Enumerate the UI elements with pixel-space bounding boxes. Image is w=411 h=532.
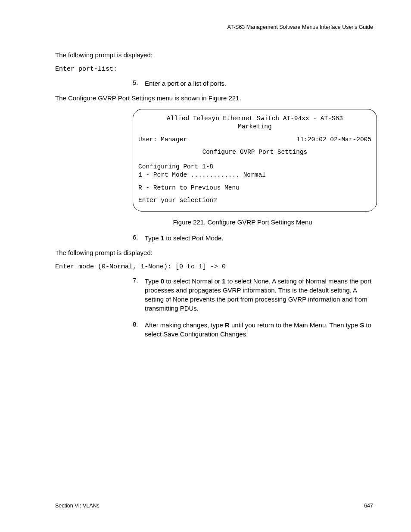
terminal-title-1: Allied Telesyn Ethernet Switch AT-94xx -… xyxy=(138,115,371,123)
terminal-title-2: Marketing xyxy=(138,123,371,131)
step-5: 5. Enter a port or a list of ports. xyxy=(133,79,373,88)
step-7: 7. Type 0 to select Normal or 1 to selec… xyxy=(133,277,373,313)
page-footer: Section VI: VLANs 647 xyxy=(55,503,373,509)
step-number: 8. xyxy=(133,320,138,328)
terminal-return: R - Return to Previous Menu xyxy=(138,184,371,193)
page-header: AT-S63 Management Software Menus Interfa… xyxy=(55,24,373,30)
intro-paragraph: The following prompt is displayed: xyxy=(55,51,373,59)
terminal-timestamp: 11:20:02 02-Mar-2005 xyxy=(296,136,371,144)
step-6-after-mono: Enter mode (0-Normal, 1-None): [0 to 1] … xyxy=(55,263,373,271)
step-text: Enter a port or a list of ports. xyxy=(145,80,226,87)
footer-page-number: 647 xyxy=(364,503,373,509)
terminal-configuring: Configuring Port 1-8 xyxy=(138,163,371,171)
terminal-option-1: 1 - Port Mode ............. Normal xyxy=(138,171,371,180)
step-6-after-para: The following prompt is displayed: xyxy=(55,249,373,257)
terminal-enter-selection: Enter your selection? xyxy=(138,196,371,205)
step-8: 8. After making changes, type R until yo… xyxy=(133,320,373,339)
intro-prompt: Enter port-list: xyxy=(55,65,373,73)
step-text: Type 0 to select Normal or 1 to select N… xyxy=(145,277,371,312)
step-number: 7. xyxy=(133,277,138,284)
step-5-after: The Configure GVRP Port Settings menu is… xyxy=(55,94,373,103)
step-number: 5. xyxy=(133,79,138,86)
step-text: Type 1 to select Port Mode. xyxy=(145,234,224,242)
terminal-menu-title: Configure GVRP Port Settings xyxy=(138,148,371,157)
terminal-user: User: Manager xyxy=(138,136,187,144)
step-6: 6. Type 1 to select Port Mode. xyxy=(133,233,373,243)
figure-caption: Figure 221. Configure GVRP Port Settings… xyxy=(112,218,373,226)
footer-section: Section VI: VLANs xyxy=(55,503,100,509)
step-number: 6. xyxy=(133,233,138,241)
terminal-screenshot: Allied Telesyn Ethernet Switch AT-94xx -… xyxy=(133,109,377,212)
step-text: After making changes, type R until you r… xyxy=(145,321,371,338)
